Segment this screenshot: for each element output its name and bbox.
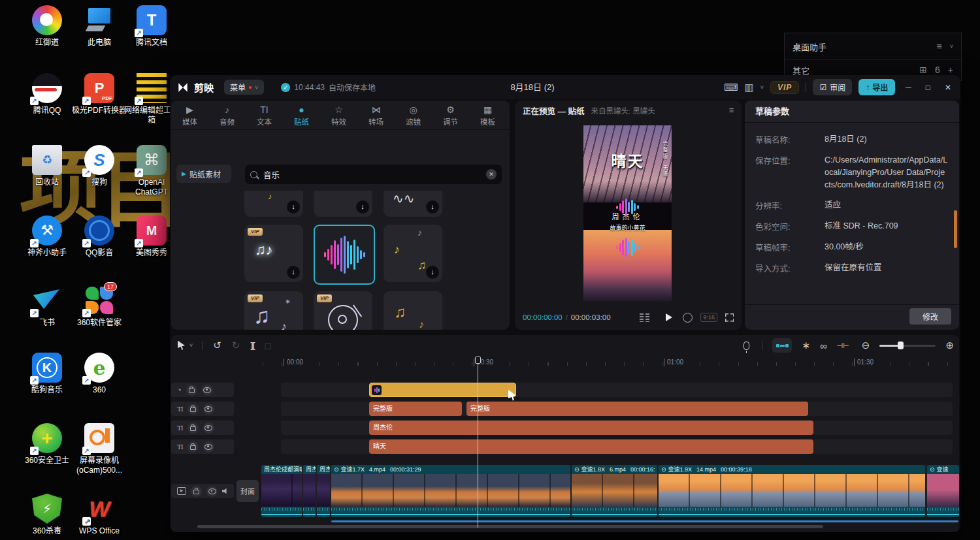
desktop-icon-hongyudao[interactable]: 红御道 xyxy=(18,5,76,48)
menu-button[interactable]: 菜单 ˅ xyxy=(224,80,264,95)
timeline-ruler[interactable] xyxy=(263,357,953,370)
tab-effects[interactable]: ☆特效 xyxy=(320,101,357,129)
delete-button[interactable]: □ xyxy=(265,340,270,351)
zoom-out-icon[interactable]: ⊖ xyxy=(862,340,870,351)
fullscreen-icon[interactable] xyxy=(725,313,734,322)
desktop-icon-recycle-bin[interactable]: ♻ 回收站 xyxy=(18,145,76,187)
sticker-clip[interactable] xyxy=(369,383,516,397)
download-icon[interactable]: ↓ xyxy=(287,266,300,279)
play-button[interactable] xyxy=(666,313,672,321)
desktop-icon-ocam[interactable]: ↗ 屏幕录像机(oCam)500... xyxy=(71,423,128,475)
video-preview[interactable]: 周杰伦 晴天 完整版无损 故事的小黄花 xyxy=(583,125,672,302)
vip-button[interactable]: VIP xyxy=(770,81,799,94)
zoom-slider-handle[interactable] xyxy=(898,341,904,349)
tab-filters[interactable]: ◎滤镜 xyxy=(395,101,432,129)
eye-icon[interactable] xyxy=(203,404,214,415)
video-clip[interactable]: 周杰 xyxy=(317,465,330,517)
maximize-button[interactable]: □ xyxy=(922,83,934,92)
eye-icon[interactable] xyxy=(202,385,213,396)
sticker-tile[interactable]: ∿∿ ↓ xyxy=(384,191,442,217)
text-clip[interactable]: 完整版 xyxy=(466,402,808,416)
download-icon[interactable]: ↓ xyxy=(356,200,369,214)
text-clip[interactable]: 完整版 xyxy=(369,402,462,416)
desktop-icon-feishu[interactable]: ↗ 飞书 xyxy=(18,285,76,328)
playhead-line[interactable] xyxy=(478,357,478,528)
desktop-icon-qq-player[interactable]: ↗ QQ影音 xyxy=(71,215,128,258)
zoom-in-icon[interactable]: ⊕ xyxy=(945,340,954,351)
sticker-tile-smoke-notes[interactable]: VIP ♫♪ ↓ xyxy=(244,225,303,282)
preview-axis-icon[interactable]: ∗ xyxy=(802,340,810,351)
desktop-icon-360-antivirus[interactable]: ⚡ 360杀毒 xyxy=(18,494,76,536)
lock-icon[interactable] xyxy=(188,441,199,453)
auto-snap-toggle[interactable] xyxy=(772,338,792,353)
video-clip[interactable]: ⊙变速 xyxy=(927,465,959,517)
video-clip[interactable]: 周杰伦成都演唱 xyxy=(261,465,302,517)
export-button[interactable]: ↑ 导出 xyxy=(858,79,895,95)
sticker-tile-vinyl[interactable]: VIP ↓ xyxy=(314,291,372,330)
aspect-ratio-badge[interactable]: 9:16 xyxy=(700,313,717,322)
sticker-tile-orange-notes[interactable]: ♫ ♪ ↓ xyxy=(384,291,442,330)
lock-icon[interactable] xyxy=(191,486,202,497)
desktop-icon-kugou[interactable]: K↗ 酷狗音乐 xyxy=(18,353,76,395)
grid-icon[interactable]: ⊞ xyxy=(919,65,927,75)
lock-icon[interactable] xyxy=(186,385,197,396)
detach-icon[interactable]: ⊣⊢ xyxy=(837,341,849,350)
desktop-icon-qq[interactable]: ↗ 腾讯QQ xyxy=(18,73,76,116)
collapse-icon[interactable]: ˅ xyxy=(950,43,953,50)
sticker-tile-waveform-selected[interactable] xyxy=(314,225,375,285)
layout-icon[interactable]: ▥ xyxy=(745,82,754,93)
desktop-icon-360-manager[interactable]: 17 ↗ 360软件管家 xyxy=(71,285,128,328)
playhead-handle[interactable] xyxy=(475,357,481,364)
select-tool-chevron[interactable]: ˅ xyxy=(189,342,193,349)
speaker-icon[interactable] xyxy=(222,488,229,494)
audio-track-line[interactable] xyxy=(331,520,958,522)
desktop-icon-360-browser[interactable]: e↗ 360 xyxy=(71,353,128,395)
modify-button[interactable]: 修改 xyxy=(909,308,951,325)
lock-icon[interactable] xyxy=(188,404,199,415)
download-icon[interactable]: ↓ xyxy=(426,266,439,279)
redo-button[interactable]: ↻ xyxy=(232,340,240,351)
video-clip[interactable]: ⊙变速1.9X14.mp400:00:39:18 xyxy=(659,465,925,517)
undo-button[interactable]: ↺ xyxy=(213,340,221,351)
sticker-category-button[interactable]: ▶ 贴纸素材 xyxy=(176,165,231,183)
cover-button[interactable]: 封面 xyxy=(237,480,259,502)
shortcut-keys-icon[interactable]: ⌨ xyxy=(724,82,738,93)
desktop-icon-tencent-docs[interactable]: T↗ 腾讯文档 xyxy=(123,5,180,48)
close-button[interactable]: ✕ xyxy=(941,83,955,92)
eye-icon[interactable] xyxy=(206,486,218,497)
horizontal-scrollbar[interactable] xyxy=(197,525,823,528)
minimize-button[interactable]: ─ xyxy=(902,83,915,92)
sticker-tile-yellow-notes[interactable]: ♪ ♪ ♫ ↓ xyxy=(384,225,442,282)
tab-text[interactable]: TI文本 xyxy=(246,101,283,129)
review-button[interactable]: ☑ 审阅 xyxy=(813,79,852,95)
frame-view-icon[interactable] xyxy=(640,313,651,322)
layout-chevron-icon[interactable]: ˅ xyxy=(760,84,764,91)
search-input[interactable] xyxy=(262,169,486,180)
focus-icon[interactable] xyxy=(683,313,693,323)
video-clip[interactable]: ⊙变速1.8X6.mp400:00:16: xyxy=(572,465,657,517)
select-tool-icon[interactable] xyxy=(178,341,185,351)
desktop-icon-360-safe[interactable]: +↗ 360安全卫士 xyxy=(18,423,76,466)
tab-sticker[interactable]: ●贴纸 xyxy=(283,101,320,129)
desktop-icon-pdf-converter[interactable]: PPDF↗ 极光PDF转换器 xyxy=(71,73,128,116)
text-clip[interactable]: 周杰伦 xyxy=(369,421,813,435)
tab-media[interactable]: ▶媒体 xyxy=(171,101,208,129)
panel-scrollbar[interactable] xyxy=(954,210,957,248)
eye-icon[interactable] xyxy=(203,441,214,453)
sticker-tile[interactable]: ↓ xyxy=(314,191,372,217)
desktop-icon-this-pc[interactable]: 此电脑 xyxy=(71,5,128,48)
clear-search-icon[interactable]: ✕ xyxy=(486,169,497,180)
sticker-tile-purple-notes[interactable]: VIP ♫ ♪ ∗ ↓ xyxy=(244,291,303,330)
preview-menu-icon[interactable]: ≡ xyxy=(729,106,734,115)
tab-adjust[interactable]: ⚙调节 xyxy=(432,101,469,129)
desktop-icon-shenfu[interactable]: ⚒↗ 神斧小助手 xyxy=(18,215,76,258)
desktop-icon-wps[interactable]: W↗ WPS Office xyxy=(71,494,128,536)
download-icon[interactable]: ↓ xyxy=(287,200,300,214)
tab-transitions[interactable]: ⋈转场 xyxy=(357,101,395,129)
desktop-icon-sogou[interactable]: S↗ 搜狗 xyxy=(71,145,128,187)
timeline-zoom-slider[interactable] xyxy=(879,345,936,347)
lock-icon[interactable] xyxy=(188,422,199,434)
record-voiceover-icon[interactable] xyxy=(743,341,749,350)
link-clips-icon[interactable]: ∞ xyxy=(820,340,827,351)
video-clip[interactable]: ⊙变速1.7X4.mp400:00:31:29 xyxy=(331,465,570,517)
